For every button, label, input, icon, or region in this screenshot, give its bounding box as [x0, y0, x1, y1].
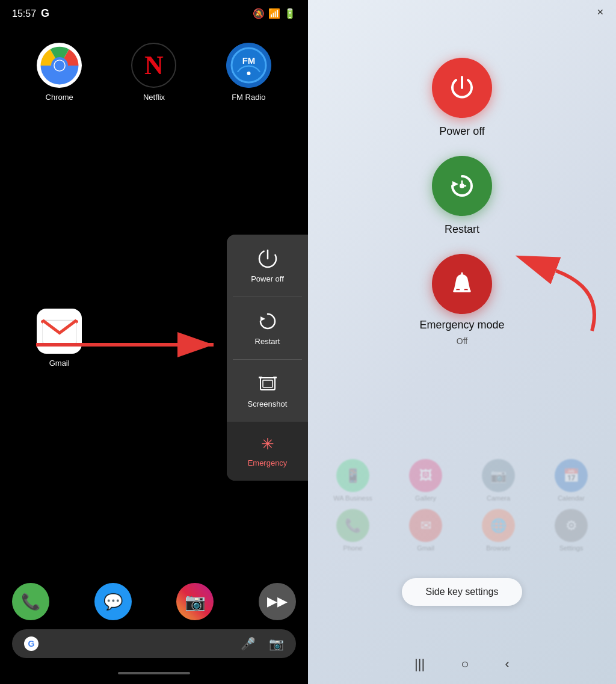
restart-circle: [432, 156, 492, 216]
power-off-circle: [432, 58, 492, 118]
left-panel: 15:57 G 🔕 📶 🔋: [0, 0, 308, 684]
right-status-icons: ✕: [597, 7, 604, 17]
screenshot-menu-label: Screenshot: [248, 399, 288, 408]
right-panel: ✕ 📱 WA Business 🖼 Gallery 📷 Camera 📅 Ca: [308, 0, 616, 684]
search-bar[interactable]: G 🎤 📷: [12, 629, 296, 658]
restart-large-icon: [446, 170, 478, 202]
netflix-label: Netflix: [143, 93, 165, 102]
mic-icon[interactable]: 🎤: [241, 636, 256, 651]
restart-menu-item[interactable]: Restart: [227, 297, 308, 359]
recent-apps-icon[interactable]: |||: [414, 656, 425, 672]
arrow-left-indicator: [36, 330, 223, 362]
emergency-icon: ✳: [261, 435, 274, 454]
dock: 📞 💬 📷 ▶▶: [0, 574, 308, 629]
arrow-right-indicator: [496, 241, 604, 339]
signal-icon: 📶: [268, 8, 280, 19]
svg-rect-17: [259, 377, 262, 378]
g-icon: G: [41, 7, 49, 20]
screenshot-menu-item[interactable]: Screenshot: [227, 360, 308, 422]
bg-app-grid: 📱 WA Business 🖼 Gallery 📷 Camera 📅 Calen…: [320, 459, 604, 552]
battery-icon: 🔋: [284, 8, 296, 19]
restart-button[interactable]: Restart: [432, 156, 492, 236]
restart-label: Restart: [445, 223, 479, 236]
svg-point-4: [54, 60, 64, 70]
side-key-settings[interactable]: Side key settings: [402, 578, 523, 606]
svg-text:FM: FM: [242, 55, 255, 66]
dock-assistant[interactable]: ▶▶: [259, 583, 296, 620]
google-g-icon: G: [24, 636, 38, 651]
emergency-menu-item[interactable]: ✳ Emergency: [227, 422, 308, 481]
emergency-mode-button[interactable]: Emergency mode Off: [419, 254, 504, 346]
svg-point-26: [461, 289, 463, 291]
emergency-menu-label: Emergency: [248, 458, 288, 467]
dock-messages[interactable]: 💬: [94, 583, 132, 620]
power-off-large-icon: [446, 72, 478, 103]
svg-rect-18: [273, 377, 277, 378]
restart-menu-label: Restart: [255, 337, 280, 346]
chrome-logo: [38, 45, 81, 87]
power-off-menu-label: Power off: [251, 274, 284, 283]
svg-rect-16: [263, 380, 273, 387]
home-button[interactable]: ○: [461, 656, 469, 672]
emergency-mode-label: Emergency mode: [419, 319, 504, 331]
power-menu: Power off Restart Screensh: [227, 235, 308, 481]
right-status-bar: ✕: [308, 0, 616, 22]
fm-icon-circle: FM: [226, 43, 271, 88]
emergency-mode-sublabel: Off: [457, 336, 467, 346]
emergency-large-icon: [446, 268, 478, 300]
bottom-navigation: ||| ○ ‹: [414, 656, 510, 672]
chrome-icon-circle: [37, 43, 82, 88]
power-off-icon: [257, 248, 279, 270]
home-indicator: [0, 667, 308, 684]
dock-instagram[interactable]: 📷: [176, 583, 214, 620]
svg-marker-20: [452, 181, 458, 187]
screenshot-icon: [257, 373, 279, 395]
status-bar: 15:57 G 🔕 📶 🔋: [0, 0, 308, 25]
emergency-circle: [432, 254, 492, 314]
svg-marker-14: [260, 316, 265, 321]
chrome-label: Chrome: [46, 93, 73, 102]
lens-icon[interactable]: 📷: [269, 636, 284, 651]
fm-logo: FM: [226, 43, 271, 88]
dock-phone[interactable]: 📞: [12, 583, 49, 620]
back-button[interactable]: ‹: [505, 656, 510, 672]
fm-label: FM Radio: [232, 93, 265, 102]
restart-icon: [257, 310, 279, 332]
silent-icon: 🔕: [253, 8, 265, 19]
power-off-menu-item[interactable]: Power off: [227, 235, 308, 297]
app-chrome[interactable]: Chrome: [18, 43, 100, 297]
netflix-icon-circle: N: [131, 43, 176, 88]
app-netflix[interactable]: N Netflix: [112, 43, 195, 297]
clock: 15:57: [12, 8, 36, 19]
power-off-button[interactable]: Power off: [432, 58, 492, 138]
power-off-label: Power off: [439, 125, 485, 138]
